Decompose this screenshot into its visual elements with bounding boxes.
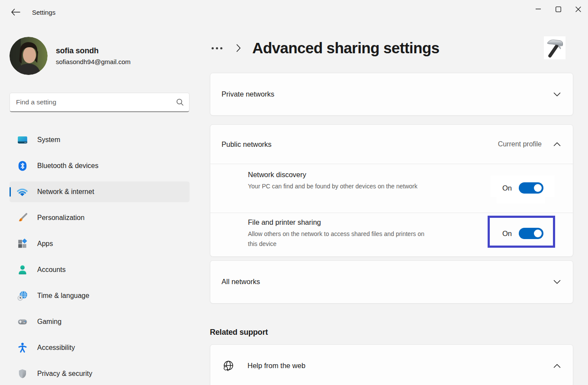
chevron-right-icon — [235, 43, 241, 53]
sidebar-item-gaming[interactable]: Gaming — [10, 311, 190, 332]
search-icon — [176, 98, 184, 108]
sidebar-item-label: Accessibility — [37, 344, 75, 352]
sidebar-item-label: Bluetooth & devices — [37, 162, 98, 170]
search-box — [10, 93, 190, 112]
shield-icon — [16, 368, 28, 380]
sidebar-item-label: Gaming — [37, 318, 61, 326]
private-networks-card: Private networks — [210, 73, 573, 116]
hammer-cursor-icon — [544, 36, 566, 59]
file-printer-sharing-state-label: On — [502, 230, 512, 238]
back-button[interactable] — [8, 5, 23, 19]
apps-icon — [16, 238, 28, 250]
back-arrow-icon — [11, 9, 20, 16]
user-avatar — [10, 37, 48, 75]
help-from-web-label: Help from the web — [247, 362, 305, 370]
help-from-web-card: Help from the web — [210, 344, 573, 385]
user-name: sofia sondh — [56, 46, 131, 55]
settings-window: Settings — [0, 0, 588, 385]
public-networks-label: Public networks — [222, 140, 272, 149]
window-title: Settings — [32, 9, 55, 16]
minimize-button[interactable] — [528, 0, 548, 18]
related-support-heading: Related support — [210, 328, 573, 337]
public-networks-header[interactable]: Public networks Current profile — [210, 125, 573, 164]
public-networks-card: Public networks Current profile Network … — [210, 124, 573, 257]
maximize-button[interactable] — [548, 0, 568, 18]
sidebar-item-label: Time & language — [37, 292, 89, 300]
titlebar: Settings — [0, 0, 588, 24]
network-discovery-row: Network discovery Your PC can find and b… — [210, 164, 573, 213]
chevron-down-icon — [553, 280, 561, 284]
annotation-white-patch — [497, 196, 545, 204]
sidebar-item-label: Personalization — [37, 214, 84, 222]
file-printer-sharing-description: Allow others on the network to access sh… — [248, 229, 434, 249]
network-discovery-description: Your PC can find and be found by other d… — [248, 181, 418, 191]
sidebar-item-apps[interactable]: Apps — [10, 233, 190, 254]
current-profile-badge: Current profile — [498, 140, 542, 148]
gamepad-icon — [16, 316, 28, 328]
globe-clock-icon — [16, 290, 28, 302]
close-icon — [575, 6, 581, 12]
close-button[interactable] — [568, 0, 588, 18]
user-email: sofiasondh94@gmail.com — [56, 58, 131, 65]
all-networks-label: All networks — [222, 278, 260, 286]
maximize-icon — [556, 6, 561, 12]
help-from-web-header[interactable]: Help from the web — [210, 345, 573, 385]
globe-search-icon — [222, 359, 235, 372]
page-title: Advanced sharing settings — [252, 39, 439, 57]
network-discovery-title: Network discovery — [248, 171, 418, 179]
sidebar-item-accessibility[interactable]: Accessibility — [10, 337, 190, 358]
bluetooth-icon — [16, 160, 28, 172]
private-networks-header[interactable]: Private networks — [210, 73, 573, 115]
sidebar-item-label: System — [37, 136, 60, 144]
main-content: Advanced sharing settings Private networ… — [199, 24, 588, 385]
network-discovery-toggle[interactable] — [519, 182, 543, 194]
chevron-up-icon — [553, 364, 561, 368]
sidebar-item-bluetooth-devices[interactable]: Bluetooth & devices — [10, 155, 190, 176]
system-icon — [16, 134, 28, 146]
sidebar-item-label: Accounts — [37, 266, 66, 274]
file-printer-sharing-toggle[interactable] — [519, 228, 543, 239]
sidebar-item-label: Apps — [37, 240, 53, 248]
private-networks-label: Private networks — [222, 90, 274, 98]
accessibility-icon — [16, 342, 28, 354]
sidebar-item-accounts[interactable]: Accounts — [10, 259, 190, 280]
all-networks-header[interactable]: All networks — [210, 261, 573, 303]
sidebar-item-label: Network & internet — [37, 188, 94, 196]
network-discovery-state-label: On — [502, 184, 512, 192]
sidebar-item-privacy-security[interactable]: Privacy & security — [10, 363, 190, 384]
sidebar-item-label: Privacy & security — [37, 370, 92, 378]
caption-controls — [528, 0, 588, 18]
ellipsis-icon — [212, 47, 214, 49]
sidebar-nav: System Bluetooth & devices — [10, 129, 190, 384]
chevron-down-icon — [553, 92, 561, 97]
sidebar-item-system[interactable]: System — [10, 129, 190, 150]
all-networks-card: All networks — [210, 260, 573, 304]
sidebar-item-network-internet[interactable]: Network & internet — [10, 181, 190, 202]
paintbrush-icon — [16, 212, 28, 224]
page-header: Advanced sharing settings — [210, 36, 573, 61]
chevron-up-icon — [553, 142, 561, 146]
sidebar-item-personalization[interactable]: Personalization — [10, 207, 190, 228]
search-input[interactable] — [10, 93, 190, 112]
sidebar-item-time-language[interactable]: Time & language — [10, 285, 190, 306]
file-printer-sharing-row: File and printer sharing Allow others on… — [210, 213, 573, 256]
sidebar: sofia sondh sofiasondh94@gmail.com — [0, 24, 199, 385]
user-profile[interactable]: sofia sondh sofiasondh94@gmail.com — [10, 37, 190, 75]
minimize-icon — [536, 9, 541, 10]
person-icon — [16, 264, 28, 276]
file-printer-sharing-title: File and printer sharing — [248, 218, 434, 226]
wifi-icon — [16, 186, 28, 198]
breadcrumb-overflow-button[interactable] — [210, 45, 224, 52]
